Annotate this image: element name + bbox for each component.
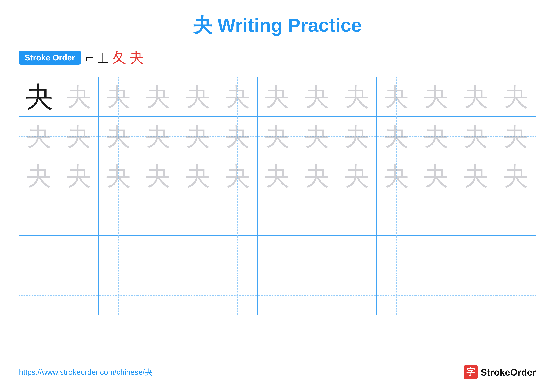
- grid-cell[interactable]: [456, 275, 496, 315]
- cell-character: 夬: [225, 124, 250, 149]
- grid-cell[interactable]: [59, 275, 99, 315]
- grid-cell[interactable]: [218, 236, 258, 275]
- grid-cell[interactable]: 夬: [139, 156, 178, 196]
- grid-cell[interactable]: [297, 196, 337, 236]
- grid-cell[interactable]: [416, 236, 456, 275]
- grid-cell[interactable]: 夬: [416, 77, 456, 117]
- grid-cell[interactable]: 夬: [496, 156, 535, 196]
- cell-character: 夬: [66, 124, 91, 149]
- grid-cell[interactable]: [416, 275, 456, 315]
- stroke-order-badge: Stroke Order: [19, 51, 81, 64]
- grid-cell[interactable]: 夬: [258, 117, 297, 156]
- grid-cell[interactable]: [258, 196, 297, 236]
- logo-text: StrokeOrder: [481, 367, 536, 378]
- grid-cell[interactable]: 夬: [59, 77, 99, 117]
- page: 夬 Writing Practice Stroke Order ⌐ ⊥ 夂 夬 …: [0, 0, 555, 392]
- grid-cell[interactable]: [178, 196, 218, 236]
- grid-cell[interactable]: [19, 275, 59, 315]
- grid-cell[interactable]: 夬: [139, 117, 178, 156]
- cell-character: 夬: [305, 124, 329, 149]
- grid-cell[interactable]: [337, 275, 377, 315]
- grid-cell[interactable]: 夬: [456, 77, 496, 117]
- grid-cell[interactable]: 夬: [19, 156, 59, 196]
- grid-cell[interactable]: [456, 196, 496, 236]
- grid-cell[interactable]: 夬: [337, 77, 377, 117]
- grid-cell[interactable]: [178, 275, 218, 315]
- grid-cell[interactable]: [496, 275, 535, 315]
- grid-cell[interactable]: [19, 236, 59, 275]
- grid-row: [19, 275, 536, 315]
- grid-cell[interactable]: [218, 196, 258, 236]
- grid-cell[interactable]: 夬: [19, 117, 59, 156]
- grid-cell[interactable]: [99, 196, 139, 236]
- grid-cell[interactable]: 夬: [377, 77, 416, 117]
- cell-character: 夬: [66, 85, 91, 109]
- grid-cell[interactable]: [456, 236, 496, 275]
- grid-cell[interactable]: [218, 275, 258, 315]
- grid-cell[interactable]: [19, 196, 59, 236]
- grid-cell[interactable]: 夬: [496, 117, 535, 156]
- grid-cell[interactable]: [99, 236, 139, 275]
- grid-cell[interactable]: [99, 275, 139, 315]
- grid-cell[interactable]: 夬: [218, 117, 258, 156]
- grid-cell[interactable]: 夬: [59, 156, 99, 196]
- stroke-3: 夂: [112, 48, 126, 67]
- grid-cell[interactable]: 夬: [59, 117, 99, 156]
- stroke-4: 夬: [130, 48, 144, 67]
- grid-cell[interactable]: 夬: [337, 156, 377, 196]
- grid-cell[interactable]: 夬: [496, 77, 535, 117]
- cell-character: 夬: [146, 124, 170, 149]
- grid-cell[interactable]: 夬: [456, 117, 496, 156]
- grid-cell[interactable]: [377, 196, 416, 236]
- grid-cell[interactable]: [297, 236, 337, 275]
- grid-cell[interactable]: [139, 236, 178, 275]
- grid-cell[interactable]: 夬: [99, 77, 139, 117]
- grid-cell[interactable]: 夬: [416, 117, 456, 156]
- grid-cell[interactable]: 夬: [297, 77, 337, 117]
- grid-cell[interactable]: [337, 236, 377, 275]
- grid-cell[interactable]: 夬: [99, 156, 139, 196]
- grid-cell[interactable]: 夬: [377, 117, 416, 156]
- grid-cell[interactable]: [377, 236, 416, 275]
- grid-cell[interactable]: [297, 275, 337, 315]
- grid-cell[interactable]: [258, 275, 297, 315]
- grid-cell[interactable]: [59, 236, 99, 275]
- grid-cell[interactable]: 夬: [416, 156, 456, 196]
- grid-cell[interactable]: 夬: [297, 117, 337, 156]
- grid-cell[interactable]: 夬: [99, 117, 139, 156]
- grid-cell[interactable]: [496, 196, 535, 236]
- grid-row: 夬夬夬夬夬夬夬夬夬夬夬夬夬: [19, 77, 536, 117]
- grid-cell[interactable]: 夬: [297, 156, 337, 196]
- grid-cell[interactable]: [496, 236, 535, 275]
- footer-url: https://www.strokeorder.com/chinese/夬: [19, 367, 152, 377]
- grid-cell[interactable]: 夬: [178, 156, 218, 196]
- grid-cell[interactable]: [59, 196, 99, 236]
- grid-cell[interactable]: 夬: [139, 77, 178, 117]
- grid-cell[interactable]: [178, 236, 218, 275]
- grid-cell[interactable]: [258, 236, 297, 275]
- stroke-1: ⌐: [85, 50, 94, 66]
- grid-cell[interactable]: [139, 275, 178, 315]
- grid-cell[interactable]: 夬: [178, 77, 218, 117]
- cell-character: 夬: [106, 124, 131, 149]
- grid-cell[interactable]: 夬: [218, 77, 258, 117]
- writing-grid: 夬夬夬夬夬夬夬夬夬夬夬夬夬夬夬夬夬夬夬夬夬夬夬夬夬夬夬夬夬夬夬夬夬夬夬夬夬夬夬: [19, 77, 536, 315]
- footer: https://www.strokeorder.com/chinese/夬 字 …: [19, 365, 536, 379]
- cell-character: 夬: [305, 85, 329, 109]
- grid-cell[interactable]: 夬: [377, 156, 416, 196]
- grid-cell[interactable]: 夬: [258, 156, 297, 196]
- grid-cell[interactable]: 夬: [456, 156, 496, 196]
- cell-character: 夬: [424, 85, 448, 109]
- stroke-2: ⊥: [97, 49, 109, 66]
- grid-cell[interactable]: [377, 275, 416, 315]
- grid-cell[interactable]: 夬: [258, 77, 297, 117]
- cell-character: 夬: [186, 85, 210, 109]
- grid-cell[interactable]: [337, 196, 377, 236]
- grid-cell[interactable]: 夬: [178, 117, 218, 156]
- grid-cell[interactable]: [416, 196, 456, 236]
- grid-cell[interactable]: 夬: [337, 117, 377, 156]
- grid-cell[interactable]: [139, 196, 178, 236]
- grid-cell[interactable]: 夬: [19, 77, 59, 117]
- cell-character: 夬: [424, 164, 448, 188]
- grid-cell[interactable]: 夬: [218, 156, 258, 196]
